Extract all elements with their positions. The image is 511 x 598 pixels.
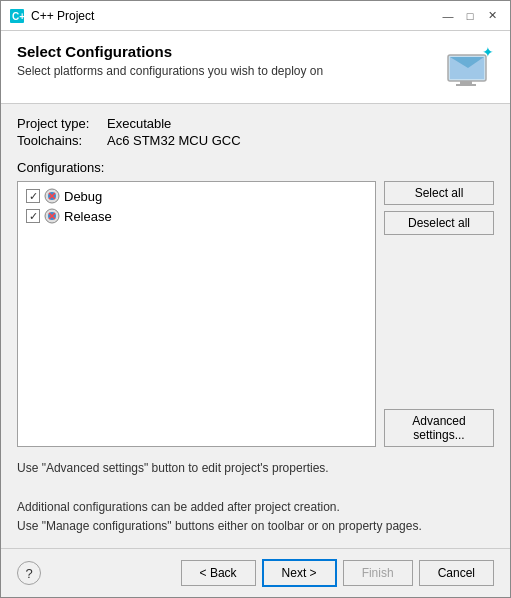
configurations-list[interactable]: Debug Release xyxy=(17,181,376,447)
window-title: C++ Project xyxy=(31,9,438,23)
release-checkbox[interactable] xyxy=(26,209,40,223)
footer: ? < Back Next > Finish Cancel xyxy=(1,548,510,597)
title-bar: C+ C++ Project — □ ✕ xyxy=(1,1,510,31)
content-area: Project type: Executable Toolchains: Ac6… xyxy=(1,104,510,548)
svg-text:✦: ✦ xyxy=(482,44,494,60)
debug-icon xyxy=(44,188,60,204)
minimize-button[interactable]: — xyxy=(438,6,458,26)
back-button[interactable]: < Back xyxy=(181,560,256,586)
main-window: C+ C++ Project — □ ✕ Select Configuratio… xyxy=(0,0,511,598)
toolchains-value: Ac6 STM32 MCU GCC xyxy=(107,133,241,148)
info-table: Project type: Executable Toolchains: Ac6… xyxy=(17,116,494,150)
config-item-release[interactable]: Release xyxy=(22,206,371,226)
next-button[interactable]: Next > xyxy=(262,559,337,587)
svg-rect-6 xyxy=(456,84,476,86)
deselect-all-button[interactable]: Deselect all xyxy=(384,211,494,235)
page-subtitle: Select platforms and configurations you … xyxy=(17,64,323,78)
release-icon xyxy=(44,208,60,224)
project-type-row: Project type: Executable xyxy=(17,116,494,131)
notes-section: Use "Advanced settings" button to edit p… xyxy=(17,459,494,536)
toolchains-row: Toolchains: Ac6 STM32 MCU GCC xyxy=(17,133,494,148)
close-button[interactable]: ✕ xyxy=(482,6,502,26)
app-icon: C+ xyxy=(9,8,25,24)
debug-label: Debug xyxy=(64,189,102,204)
svg-text:C+: C+ xyxy=(12,11,25,22)
header-icon: ✦ xyxy=(446,43,494,91)
note-line-1: Use "Advanced settings" button to edit p… xyxy=(17,459,494,478)
release-label: Release xyxy=(64,209,112,224)
right-buttons: Select all Deselect all Advanced setting… xyxy=(384,181,494,447)
configurations-area: Debug Release Select all Deselect all xyxy=(17,181,494,447)
note-line-4: Use "Manage configurations" buttons eith… xyxy=(17,517,494,536)
header-text: Select Configurations Select platforms a… xyxy=(17,43,323,78)
config-item-debug[interactable]: Debug xyxy=(22,186,371,206)
help-button[interactable]: ? xyxy=(17,561,41,585)
window-controls: — □ ✕ xyxy=(438,6,502,26)
project-type-label: Project type: xyxy=(17,116,107,131)
toolchains-label: Toolchains: xyxy=(17,133,107,148)
project-type-value: Executable xyxy=(107,116,171,131)
finish-button[interactable]: Finish xyxy=(343,560,413,586)
advanced-settings-button[interactable]: Advanced settings... xyxy=(384,409,494,447)
maximize-button[interactable]: □ xyxy=(460,6,480,26)
debug-checkbox[interactable] xyxy=(26,189,40,203)
header-section: Select Configurations Select platforms a… xyxy=(1,31,510,104)
note-line-3: Additional configurations can be added a… xyxy=(17,498,494,517)
select-all-button[interactable]: Select all xyxy=(384,181,494,205)
configurations-label: Configurations: xyxy=(17,160,494,175)
cancel-button[interactable]: Cancel xyxy=(419,560,494,586)
svg-rect-5 xyxy=(460,81,472,84)
page-title: Select Configurations xyxy=(17,43,323,60)
